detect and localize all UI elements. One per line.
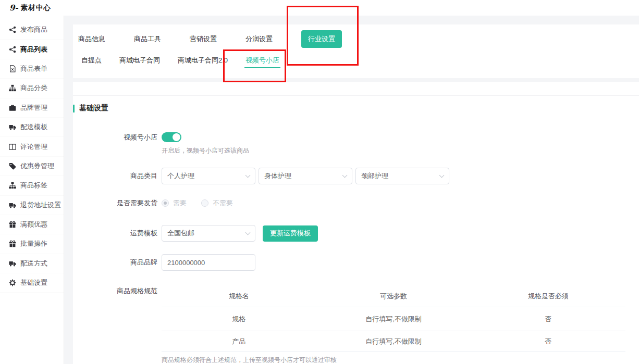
sidebar-item-label: 品牌管理 [20,103,47,112]
table-cell-optional-params: 自行填写,不做限制 [316,315,471,324]
sidebar-item-goods-tags[interactable]: 商品标签 [0,176,64,195]
spec-rules-table: 规格名 可选参数 规格是否必须 规格 自行填写,不做限制 否 产品 自行填写,不… [162,285,625,364]
tab-profit-settings[interactable]: 分润设置 [245,34,273,44]
table-cell-optional-params: 自行填写,不做限制 [316,337,471,346]
chevron-down-icon [342,172,348,178]
category-label: 商品类目 [73,171,157,181]
sidebar-item-batch-operation[interactable]: 批量操作 [0,234,64,254]
channel-toggle-switch[interactable] [162,132,181,142]
form-row-freight-template: 运费模板 全国包邮 更新运费模板 [73,225,639,242]
gift-icon [9,221,16,228]
sidebar-item-label: 退货地址设置 [20,200,61,210]
section-title: 基础设置 [79,104,108,113]
table-cell-spec-name: 规格 [162,315,316,324]
section-accent-bar [73,105,75,112]
gear-icon [9,279,16,286]
sidebar-item-label: 满额优惠 [20,220,47,229]
form-row-spec-rules: 商品规格规范 规格名 可选参数 规格是否必须 规格 自行填写,不做限制 否 产品… [73,285,639,364]
category-select-level1-value: 个人护理 [167,171,194,181]
sidebar-nav: 发布商品 商品列表 商品表单 商品分类 品牌管理 配送模板 评论管理 优惠券管理… [0,16,64,364]
tab-goods-tools[interactable]: 商品工具 [134,34,161,44]
spec-rules-label: 商品规格规范 [73,286,157,296]
table-cell-spec-name: 产品 [162,337,316,346]
sidebar-item-return-address[interactable]: 退货地址设置 [0,196,64,215]
sidebar-item-label: 评论管理 [20,142,47,152]
update-freight-template-button[interactable]: 更新运费模板 [263,225,318,242]
category-select-level3-value: 颈部护理 [361,171,388,181]
divider [73,95,639,96]
top-bar: 9- 素材中心 [0,0,639,16]
table-cell-spec-required: 否 [471,337,625,346]
columns-icon [9,143,16,150]
chevron-down-icon [245,172,251,178]
freight-template-select-value: 全国包邮 [167,229,194,238]
form-row-category: 商品类目 个人护理 身体护理 颈部护理 [73,168,639,184]
freight-template-select[interactable]: 全国包邮 [162,225,255,242]
truck-icon [9,123,16,131]
table-header-spec-name: 规格名 [162,292,316,301]
tab-self-pickup[interactable]: 自提点 [80,53,103,68]
truck-icon [9,202,16,209]
tab-marketing-settings[interactable]: 营销设置 [190,34,217,44]
table-row: 产品 自行填写,不做限制 否 [162,331,625,352]
tab-industry-settings[interactable]: 行业设置 [301,30,342,48]
section-header: 基础设置 [73,104,639,113]
tab-row-secondary: 自提点 商城电子合同 商城电子合同2.0 视频号小店 [73,53,639,68]
sidebar-item-full-discount[interactable]: 满额优惠 [0,215,64,234]
sidebar-item-coupon-management[interactable]: 优惠券管理 [0,157,64,176]
sidebar-item-label: 配送模板 [20,122,47,132]
table-cell-spec-required: 否 [471,315,625,324]
sidebar-item-label: 商品列表 [20,45,47,54]
sitemap-icon [9,84,16,92]
app-title: 素材中心 [21,3,51,12]
form-row-brand: 商品品牌 [73,254,639,271]
sidebar-item-label: 商品表单 [20,64,47,73]
radio-shipping-required-no[interactable]: 不需要 [201,198,233,208]
category-select-level1[interactable]: 个人护理 [162,168,255,184]
tab-wechat-channel-shop[interactable]: 视频号小店 [244,53,280,68]
table-header-optional-params: 可选参数 [316,292,471,301]
briefcase-icon [9,104,16,111]
truck-icon [9,260,16,267]
radio-shipping-required-yes[interactable]: 需要 [162,198,187,208]
radio-circle-icon [162,199,169,207]
category-select-level2[interactable]: 身体护理 [259,168,352,184]
radio-label: 不需要 [213,198,233,208]
sidebar-item-goods-category[interactable]: 商品分类 [0,79,64,98]
radio-label: 需要 [173,198,187,208]
channel-toggle-label: 视频号小店 [73,133,157,142]
table-row: 规格 自行填写,不做限制 否 [162,307,625,331]
form-row-channel-toggle: 视频号小店 [73,132,639,142]
sidebar-item-goods-list[interactable]: 商品列表 [0,40,64,59]
sidebar-item-label: 商品标签 [20,181,47,190]
sidebar-item-label: 优惠券管理 [20,161,54,171]
tab-goods-info[interactable]: 商品信息 [78,34,105,44]
tab-mall-econtract-2[interactable]: 商城电子合同2.0 [177,53,229,68]
brand-input[interactable] [162,254,255,271]
sidebar-item-label: 配送方式 [20,259,47,268]
sidebar-item-basic-settings[interactable]: 基础设置 [0,273,64,293]
category-select-level2-value: 身体护理 [264,171,291,181]
sidebar-item-label: 基础设置 [20,278,47,287]
sidebar-item-label: 发布商品 [20,25,47,34]
sidebar-item-brand-management[interactable]: 品牌管理 [0,98,64,118]
sidebar-item-comment-management[interactable]: 评论管理 [0,137,64,156]
tag-icon [9,162,16,170]
sidebar-item-publish-goods[interactable]: 发布商品 [0,20,64,40]
category-select-level3[interactable]: 颈部护理 [355,168,449,184]
brand-label: 商品品牌 [73,258,157,267]
sidebar-item-delivery-template[interactable]: 配送模板 [0,118,64,137]
content-panel: 基础设置 视频号小店 开启后，视频号小店可选该商品 商品类目 个人护理 身体护理… [73,82,639,364]
sidebar-item-goods-form[interactable]: 商品表单 [0,59,64,79]
tab-mall-econtract[interactable]: 商城电子合同 [118,53,161,68]
file-icon [9,65,16,72]
form-row-shipping-required: 是否需要发货 需要 不需要 [73,198,639,208]
gift-icon [9,240,16,247]
table-header-row: 规格名 可选参数 规格是否必须 [162,285,625,307]
share-icon [9,26,16,33]
channel-toggle-hint: 开启后，视频号小店可选该商品 [162,146,639,155]
tab-panel: 商品信息 商品工具 营销设置 分润设置 行业设置 自提点 商城电子合同 商城电子… [73,24,639,78]
table-header-spec-required: 规格是否必须 [471,292,625,301]
tab-row-primary: 商品信息 商品工具 营销设置 分润设置 行业设置 [73,24,639,53]
sidebar-item-delivery-method[interactable]: 配送方式 [0,254,64,273]
